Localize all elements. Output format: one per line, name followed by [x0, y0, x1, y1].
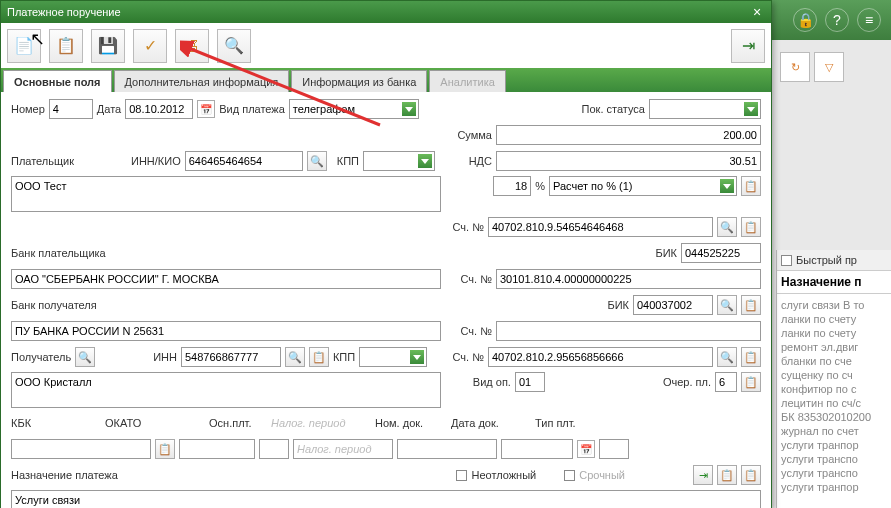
- recv-inn-label: ИНН: [153, 351, 177, 363]
- quick-checkbox[interactable]: [781, 255, 792, 266]
- recv-bank-label: Банк получателя: [11, 299, 97, 311]
- okato-label: ОКАТО: [105, 417, 205, 429]
- print-button[interactable]: 🖨: [175, 29, 209, 63]
- tipplt-input[interactable]: [599, 439, 629, 459]
- tab-extra[interactable]: Дополнительная информация: [114, 70, 290, 92]
- status-label: Пок. статуса: [582, 103, 645, 115]
- cursor-icon: ↖: [30, 28, 45, 50]
- check-doc-button[interactable]: ✓: [133, 29, 167, 63]
- kpp-select[interactable]: [363, 151, 435, 171]
- exit-button[interactable]: ⇥: [731, 29, 765, 63]
- payer-bank-name-input[interactable]: [11, 269, 441, 289]
- right-panel-body: слуги связи В то ланки по счету ланки по…: [777, 294, 891, 498]
- payer-acc-input[interactable]: [488, 217, 713, 237]
- copy-doc-button[interactable]: 📋: [49, 29, 83, 63]
- nomdok-label: Ном. док.: [375, 417, 447, 429]
- datedok-label: Дата док.: [451, 417, 531, 429]
- payment-type-select[interactable]: телеграфом: [289, 99, 419, 119]
- ocher-list-button[interactable]: 📋: [741, 372, 761, 392]
- recv-inn-lookup-button[interactable]: 🔍: [285, 347, 305, 367]
- recv-bik-lookup-button[interactable]: 🔍: [717, 295, 737, 315]
- vid-op-input[interactable]: [515, 372, 545, 392]
- status-select[interactable]: [649, 99, 761, 119]
- refresh-icon[interactable]: ↻: [780, 52, 810, 82]
- number-input[interactable]: [49, 99, 93, 119]
- purpose-textarea[interactable]: [11, 490, 761, 508]
- payment-type-label: Вид платежа: [219, 103, 285, 115]
- payer-acc-lookup-button[interactable]: 🔍: [717, 217, 737, 237]
- kpp-label: КПП: [337, 155, 359, 167]
- payer-bik-input[interactable]: [681, 243, 761, 263]
- nds-label: НДС: [469, 155, 492, 167]
- date-input[interactable]: [125, 99, 193, 119]
- payer-acc-list-button[interactable]: 📋: [741, 217, 761, 237]
- srochny-checkbox[interactable]: [564, 470, 575, 481]
- payer-label: Плательщик: [11, 155, 127, 167]
- vid-op-label: Вид оп.: [473, 376, 511, 388]
- payer-bank-acc-input[interactable]: [496, 269, 761, 289]
- nalog-input[interactable]: [293, 439, 393, 459]
- urgent-label: Неотложный: [471, 469, 536, 481]
- find-button[interactable]: 🔍: [217, 29, 251, 63]
- okato-input[interactable]: [179, 439, 255, 459]
- kbk-list-button[interactable]: 📋: [155, 439, 175, 459]
- save-button[interactable]: 💾: [91, 29, 125, 63]
- purpose-btn1[interactable]: ⇥: [693, 465, 713, 485]
- recv-bank-acc-label: Сч. №: [461, 325, 492, 337]
- recv-acc-input[interactable]: [488, 347, 713, 367]
- recv-bik-label: БИК: [607, 299, 629, 311]
- kbk-input[interactable]: [11, 439, 151, 459]
- payment-order-window: Платежное поручение × 📄 📋 💾 ✓ 🖨 🔍 ⇥ Осно…: [0, 0, 772, 508]
- purpose-btn3[interactable]: 📋: [741, 465, 761, 485]
- tipplt-label: Тип плт.: [535, 417, 576, 429]
- purpose-label: Назначение платежа: [11, 469, 118, 481]
- help-icon[interactable]: ?: [825, 8, 849, 32]
- recv-acc-label: Сч. №: [453, 351, 484, 363]
- close-icon[interactable]: ×: [749, 4, 765, 20]
- recv-bik-list-button[interactable]: 📋: [741, 295, 761, 315]
- purpose-btn2[interactable]: 📋: [717, 465, 737, 485]
- quick-label: Быстрый пр: [796, 254, 857, 266]
- funnel-icon[interactable]: ▽: [814, 52, 844, 82]
- toolbar: 📄 📋 💾 ✓ 🖨 🔍 ⇥: [1, 23, 771, 68]
- recv-acc-lookup-button[interactable]: 🔍: [717, 347, 737, 367]
- datedok-calendar-icon[interactable]: 📅: [577, 440, 595, 458]
- ocher-input[interactable]: [715, 372, 737, 392]
- number-label: Номер: [11, 103, 45, 115]
- calendar-icon[interactable]: 📅: [197, 100, 215, 118]
- recv-inn-list-button[interactable]: 📋: [309, 347, 329, 367]
- form-area: Номер Дата 📅 Вид платежа телеграфом Пок.…: [1, 92, 771, 508]
- tabbar: Основные поля Дополнительная информация …: [1, 68, 771, 92]
- lock-icon[interactable]: 🔒: [793, 8, 817, 32]
- payer-name-textarea[interactable]: [11, 176, 441, 212]
- datedok-input[interactable]: [501, 439, 573, 459]
- recv-acc-list-button[interactable]: 📋: [741, 347, 761, 367]
- recv-kpp-label: КПП: [333, 351, 355, 363]
- srochny-label: Срочный: [579, 469, 625, 481]
- recv-name-textarea[interactable]: [11, 372, 441, 408]
- recv-bank-acc-input[interactable]: [496, 321, 761, 341]
- nds-edit-button[interactable]: 📋: [741, 176, 761, 196]
- sum-input[interactable]: [496, 125, 761, 145]
- recv-kpp-select[interactable]: [359, 347, 427, 367]
- osn-label: Осн.плт.: [209, 417, 267, 429]
- tab-analytics: Аналитика: [429, 70, 505, 92]
- nds-pct-input[interactable]: [493, 176, 531, 196]
- tab-bank[interactable]: Информация из банка: [291, 70, 427, 92]
- nds-calc-select[interactable]: Расчет по % (1): [549, 176, 737, 196]
- inn-lookup-button[interactable]: 🔍: [307, 151, 327, 171]
- tab-main[interactable]: Основные поля: [3, 70, 112, 92]
- pct-symbol: %: [535, 180, 545, 192]
- recv-inn-input[interactable]: [181, 347, 281, 367]
- nomdok-input[interactable]: [397, 439, 497, 459]
- nds-input[interactable]: [496, 151, 761, 171]
- recv-bik-input[interactable]: [633, 295, 713, 315]
- recv-bank-name-input[interactable]: [11, 321, 441, 341]
- recv-lookup-button[interactable]: 🔍: [75, 347, 95, 367]
- osn-input[interactable]: [259, 439, 289, 459]
- menu-icon[interactable]: ≡: [857, 8, 881, 32]
- payer-bik-label: БИК: [655, 247, 677, 259]
- urgent-checkbox[interactable]: [456, 470, 467, 481]
- window-title: Платежное поручение: [7, 6, 121, 18]
- inn-kio-input[interactable]: [185, 151, 303, 171]
